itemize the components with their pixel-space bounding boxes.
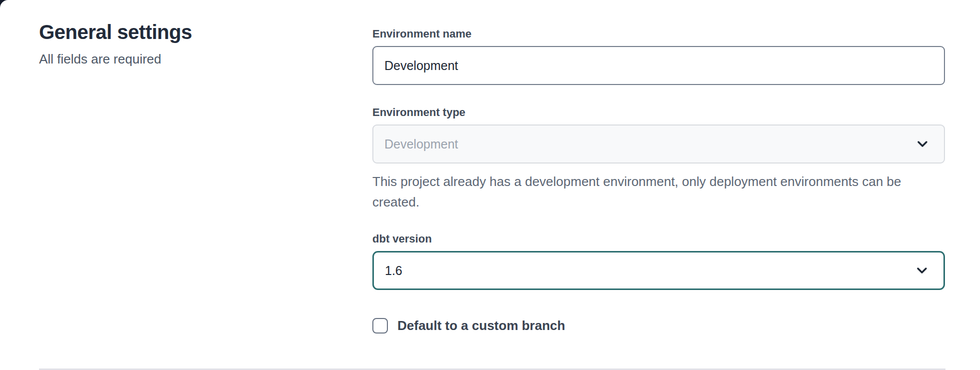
environment-name-field: Environment name	[372, 28, 945, 85]
custom-branch-label[interactable]: Default to a custom branch	[397, 318, 565, 334]
chevron-down-icon	[913, 262, 930, 279]
environment-type-help-text: This project already has a development e…	[372, 172, 928, 212]
environment-form: Environment name Environment type Develo…	[372, 21, 945, 334]
environment-type-value: Development	[384, 137, 458, 152]
section-header: General settings All fields are required	[39, 21, 372, 334]
custom-branch-row: Default to a custom branch	[372, 318, 945, 334]
dbt-version-label: dbt version	[372, 232, 945, 246]
custom-branch-checkbox[interactable]	[372, 318, 388, 334]
settings-card: General settings All fields are required…	[0, 0, 980, 370]
environment-type-label: Environment type	[372, 106, 945, 119]
environment-type-select: Development	[372, 124, 945, 164]
page-title: General settings	[39, 21, 372, 44]
environment-name-input[interactable]	[372, 46, 945, 85]
general-settings-section: General settings All fields are required…	[0, 0, 980, 334]
environment-type-field: Environment type Development This projec…	[372, 106, 945, 212]
dbt-version-select[interactable]: 1.6	[372, 251, 945, 290]
environment-name-label: Environment name	[372, 28, 945, 40]
dbt-version-value: 1.6	[385, 264, 402, 278]
dbt-version-field: dbt version 1.6	[372, 232, 945, 290]
chevron-down-icon	[914, 136, 931, 152]
page-subtitle: All fields are required	[39, 52, 372, 67]
